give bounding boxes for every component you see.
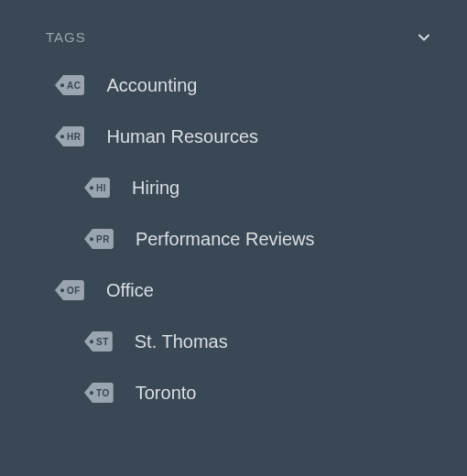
- tag-icon: TO: [84, 382, 114, 404]
- tag-code: TO: [96, 388, 110, 398]
- tag-item-office[interactable]: OF Office: [0, 265, 467, 316]
- chevron-down-icon: [418, 31, 430, 44]
- tag-item-accounting[interactable]: AC Accounting: [0, 60, 467, 111]
- tag-icon: ST: [84, 330, 113, 352]
- tag-label: Human Resources: [106, 126, 258, 147]
- tag-label: Office: [106, 280, 154, 301]
- tag-item-performance-reviews[interactable]: PR Performance Reviews: [0, 213, 467, 265]
- tag-label: Performance Reviews: [136, 229, 315, 250]
- tag-label: Toronto: [136, 383, 197, 404]
- tag-item-hiring[interactable]: HI Hiring: [0, 162, 467, 213]
- tag-item-human-resources[interactable]: HR Human Resources: [0, 111, 467, 162]
- tag-item-st-thomas[interactable]: ST St. Thomas: [0, 316, 467, 367]
- section-title: TAGS: [46, 29, 86, 45]
- tag-icon: AC: [55, 74, 84, 96]
- tag-list: AC Accounting HR Human Resources HI Hiri…: [0, 60, 467, 418]
- tags-section-header[interactable]: TAGS: [0, 22, 467, 52]
- tag-label: Hiring: [132, 178, 179, 199]
- tag-icon: PR: [84, 228, 114, 250]
- tag-item-toronto[interactable]: TO Toronto: [0, 367, 467, 418]
- tag-code: OF: [67, 286, 81, 296]
- tag-label: Accounting: [106, 75, 197, 96]
- tag-code: HR: [67, 132, 81, 142]
- tag-icon: OF: [55, 279, 84, 301]
- tag-code: HI: [96, 183, 106, 193]
- tag-code: ST: [96, 337, 109, 347]
- tag-icon: HI: [84, 177, 110, 199]
- tag-icon: HR: [55, 125, 84, 147]
- tag-label: St. Thomas: [135, 331, 228, 352]
- tag-code: PR: [96, 234, 110, 244]
- tag-code: AC: [67, 81, 81, 91]
